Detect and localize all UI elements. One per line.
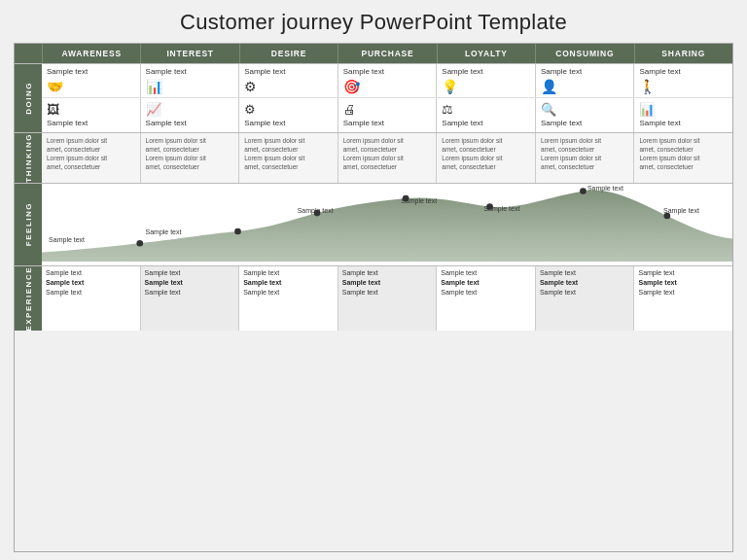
thinking-cell-2: Lorem ipsum dolor sitamet, consectetuerL… <box>238 133 338 183</box>
doing-bottom-cell-6: 📊 Sample text <box>633 98 732 132</box>
thinking-text-line: amet, consectetuer <box>541 162 629 171</box>
feeling-dot-1 <box>136 240 143 247</box>
thinking-text-line: Lorem ipsum dolor sit <box>639 136 728 145</box>
doing-section: DOING Sample text 🤝 Sample text 📊 Sample… <box>15 63 732 132</box>
experience-cell-6: Sample textSample textSample text <box>633 266 732 332</box>
feeling-content: Sample textSample textSample textSample … <box>42 184 732 262</box>
exp-text-6-2: Sample text <box>638 288 729 297</box>
thinking-text-line: amet, consectetuer <box>343 145 432 154</box>
thinking-text-line: amet, consectetuer <box>244 145 333 154</box>
thinking-text-line: Lorem ipsum dolor sit <box>146 154 234 162</box>
header-col-interest: INTEREST <box>140 44 238 63</box>
doing-top-icon-3: 🎯 <box>343 79 360 94</box>
doing-bottom-text-6: Sample text <box>639 119 680 127</box>
experience-cell-3: Sample textSample textSample text <box>338 266 437 332</box>
thinking-cell-4: Lorem ipsum dolor sitamet, consectetuerL… <box>436 133 535 183</box>
thinking-text-line: amet, consectetuer <box>343 162 432 171</box>
doing-bottom-icon-1: 📈 <box>146 102 161 117</box>
thinking-text-line: amet, consectetuer <box>541 145 629 154</box>
exp-text-2-0: Sample text <box>243 268 334 277</box>
doing-bottom-text-5: Sample text <box>541 119 582 127</box>
doing-bottom-icon-3: 🖨 <box>343 102 356 117</box>
thinking-text-line: Lorem ipsum dolor sit <box>244 136 333 145</box>
thinking-text-line: amet, consectetuer <box>639 145 728 154</box>
feeling-dot-6 <box>580 188 587 194</box>
doing-bottom-text-3: Sample text <box>343 119 384 127</box>
doing-bottom-cell-1: 📈 Sample text <box>140 98 239 132</box>
thinking-cell-1: Lorem ipsum dolor sitamet, consectetuerL… <box>140 133 239 183</box>
experience-cell-0: Sample textSample textSample text <box>42 266 140 332</box>
doing-top-icon-0: 🤝 <box>47 79 63 94</box>
thinking-text-line: amet, consectetuer <box>47 162 135 171</box>
thinking-text-line: amet, consectetuer <box>639 162 728 171</box>
experience-cell-2: Sample textSample textSample text <box>238 266 338 332</box>
thinking-text-line: Lorem ipsum dolor sit <box>541 154 629 162</box>
thinking-cell-6: Lorem ipsum dolor sitamet, consectetuerL… <box>633 133 732 183</box>
doing-top-cell-0: Sample text 🤝 <box>42 64 140 97</box>
header-label-cell <box>15 44 42 63</box>
exp-text-3-0: Sample text <box>342 268 433 277</box>
header-col-purchase: PURCHASE <box>338 44 436 63</box>
doing-top-cell-3: Sample text 🎯 <box>338 64 437 97</box>
thinking-text-line: Lorem ipsum dolor sit <box>639 154 728 162</box>
exp-text-2-2: Sample text <box>243 288 334 297</box>
exp-text-2-1: Sample text <box>243 278 334 287</box>
doing-content: Sample text 🤝 Sample text 📊 Sample text … <box>42 64 732 132</box>
thinking-text-line: Lorem ipsum dolor sit <box>442 154 530 162</box>
thinking-text-line: Lorem ipsum dolor sit <box>47 136 135 145</box>
doing-label: DOING <box>15 64 42 132</box>
thinking-text-line: Lorem ipsum dolor sit <box>541 136 629 145</box>
experience-label: EXPERIENCE <box>15 266 42 332</box>
exp-text-4-1: Sample text <box>441 278 531 287</box>
exp-text-5-2: Sample text <box>540 288 630 297</box>
thinking-text-line: amet, consectetuer <box>146 145 234 154</box>
doing-bottom-text-2: Sample text <box>244 119 285 127</box>
header-col-awareness: AWARENESS <box>42 44 140 63</box>
doing-top-cell-6: Sample text 🚶 <box>633 64 732 97</box>
experience-section: EXPERIENCE Sample textSample textSample … <box>15 265 732 332</box>
feeling-dot-4 <box>403 194 409 201</box>
feeling-dot-5 <box>486 203 493 210</box>
doing-bottom-icon-5: 🔍 <box>541 102 556 117</box>
header-col-desire: DESIRE <box>239 44 338 63</box>
thinking-text-line: amet, consectetuer <box>442 162 530 171</box>
doing-bottom-cell-5: 🔍 Sample text <box>535 98 634 132</box>
thinking-text-line: Lorem ipsum dolor sit <box>343 136 432 145</box>
doing-top-cell-2: Sample text ⚙ <box>238 64 338 97</box>
thinking-section: THINKING Lorem ipsum dolor sitamet, cons… <box>15 132 732 183</box>
feeling-label: FEELING <box>15 184 42 265</box>
feeling-area <box>42 190 732 261</box>
experience-cell-4: Sample textSample textSample text <box>436 266 535 332</box>
doing-top-text-5: Sample text <box>541 67 582 76</box>
header-col-loyalty: LOYALTY <box>437 44 535 63</box>
thinking-cell-0: Lorem ipsum dolor sitamet, consectetuerL… <box>42 133 140 183</box>
doing-top-icon-5: 👤 <box>541 79 557 94</box>
thinking-cell-3: Lorem ipsum dolor sitamet, consectetuerL… <box>338 133 437 183</box>
doing-bottom-icon-0: 🖼 <box>47 102 59 117</box>
feeling-chart <box>42 184 732 262</box>
doing-top-icon-1: 📊 <box>146 79 162 94</box>
doing-bottom-cell-3: 🖨 Sample text <box>338 98 437 132</box>
thinking-label: THINKING <box>15 133 42 183</box>
header-row: AWARENESS INTEREST DESIRE PURCHASE LOYAL… <box>15 44 732 63</box>
thinking-text-line: Lorem ipsum dolor sit <box>146 136 234 145</box>
doing-bottom-icon-4: ⚖ <box>442 102 453 117</box>
doing-top-cell-1: Sample text 📊 <box>140 64 239 97</box>
doing-top-text-3: Sample text <box>343 67 384 76</box>
doing-top-text-2: Sample text <box>244 67 285 76</box>
doing-bottom-cell-0: 🖼 Sample text <box>42 98 140 132</box>
doing-top-icon-4: 💡 <box>442 79 458 94</box>
doing-bottom-icon-6: 📊 <box>639 102 655 117</box>
thinking-text-line: amet, consectetuer <box>442 145 530 154</box>
doing-bottom-text-0: Sample text <box>47 119 88 127</box>
exp-text-1-1: Sample text <box>145 278 235 287</box>
doing-bottom-icon-2: ⚙ <box>244 102 256 117</box>
feeling-dot-7 <box>663 212 670 219</box>
doing-top-cell-5: Sample text 👤 <box>535 64 634 97</box>
feeling-dot-2 <box>234 228 241 234</box>
experience-cell-5: Sample textSample textSample text <box>535 266 634 332</box>
doing-top-text-0: Sample text <box>47 67 88 76</box>
doing-bottom-row: 🖼 Sample text 📈 Sample text ⚙ Sample tex… <box>42 98 732 132</box>
thinking-text-line: amet, consectetuer <box>47 145 135 154</box>
exp-text-6-0: Sample text <box>638 268 729 277</box>
